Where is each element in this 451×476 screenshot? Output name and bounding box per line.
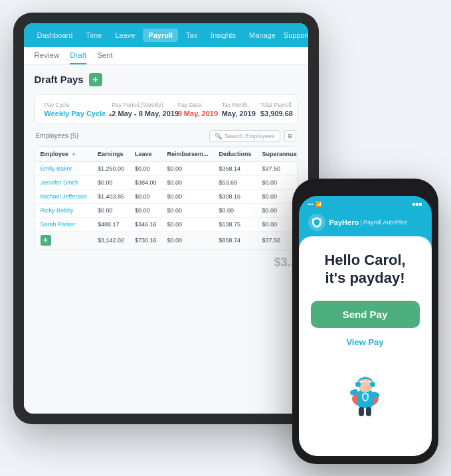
cell-super: $0.00 — [257, 189, 298, 203]
phone-card: Hello Carol, it's payday! Send Pay View … — [299, 236, 432, 456]
search-bar[interactable]: 🔍 Search Employees — [209, 130, 280, 142]
total-payroll-field: Total Payroll: $3,909.68 — [260, 102, 288, 118]
pay-date-label: Pay Date: — [178, 102, 211, 108]
table-row: Emily Baker $1,250.00 $0.00 $0.00 $358.1… — [35, 161, 298, 175]
add-employee-button[interactable]: + — [41, 235, 51, 246]
phone-notch — [345, 187, 385, 192]
table-row: Jennifer Smith $0.00 $384.00 $0.00 $53.6… — [35, 175, 298, 189]
employees-table: Employee ▼ Earnings Leave Reimbursem... … — [35, 146, 298, 250]
cell-reimb: $0.00 — [161, 161, 213, 175]
hero-character — [340, 358, 390, 418]
table-row: Ricky Bobby $0.00 $0.00 $0.00 $0.00 $0.0… — [35, 203, 298, 217]
wifi-icon: ▪▪▪ — [308, 201, 314, 207]
cell-earnings: $488.17 — [92, 217, 130, 231]
phone-status-bar: ▪▪▪ 📶 ■■■ — [299, 196, 432, 210]
filter-button[interactable]: ⊞ — [284, 130, 296, 142]
col-leave[interactable]: Leave — [130, 147, 162, 162]
total-reimb: $0.00 — [161, 231, 213, 249]
status-icons: ▪▪▪ 📶 — [308, 201, 323, 207]
nav-right: Support C ▾ — [284, 28, 308, 42]
col-earnings[interactable]: Earnings — [92, 147, 130, 162]
greeting-text: Hello Carol, it's payday! — [324, 251, 405, 287]
add-draft-button[interactable]: + — [89, 73, 102, 86]
nav-leave[interactable]: Leave — [110, 29, 140, 42]
sub-nav: Review Draft Sent — [24, 47, 308, 65]
pay-cycle-value[interactable]: Weekly Pay Cycle▲ — [45, 110, 102, 118]
nav-dashboard[interactable]: Dashboard — [32, 29, 78, 42]
draft-pays-header: Draft Pays + — [35, 73, 298, 86]
cell-super: $0.00 — [257, 217, 298, 231]
search-icon: 🔍 — [215, 133, 222, 139]
pay-date-value: 9 May, 2019 — [178, 110, 211, 118]
cell-leave: $0.00 — [130, 203, 162, 217]
cell-leave: $0.00 — [130, 161, 162, 175]
main-content: Draft Pays + Pay Cycle Weekly Pay Cycle▲ — [24, 65, 308, 414]
payhero-subtitle: Payroll AutoPilot — [363, 219, 407, 226]
tax-month-value: May, 2019 — [222, 110, 250, 118]
total-leave: $730.16 — [130, 231, 162, 249]
employees-label: Employees (5) — [36, 132, 78, 139]
cell-reimb: $0.00 — [161, 203, 213, 217]
col-employee[interactable]: Employee ▼ — [35, 147, 92, 162]
superhero-illustration — [340, 358, 390, 418]
phone: ▪▪▪ 📶 ■■■ PayHero | — [292, 179, 438, 464]
pay-cycle-row: Pay Cycle Weekly Pay Cycle▲ Pay Period (… — [45, 102, 288, 118]
cell-super: $37.50 — [257, 161, 298, 175]
draft-pays-title: Draft Pays — [35, 74, 84, 85]
svg-rect-7 — [359, 407, 364, 416]
tablet-screen: Dashboard Time Leave Payroll Tax Insight… — [24, 23, 308, 414]
total-deductions: $858.74 — [214, 231, 257, 249]
nav-time[interactable]: Time — [80, 29, 107, 42]
table-header-row: Employee ▼ Earnings Leave Reimbursem... … — [35, 147, 298, 162]
pay-date-field: Pay Date: 9 May, 2019 — [178, 102, 211, 118]
total-payroll-value: $3,909.68 — [260, 110, 288, 118]
send-pay-button[interactable]: Send Pay — [311, 301, 420, 328]
employee-name[interactable]: Jennifer Smith — [35, 175, 92, 189]
top-nav: Dashboard Time Leave Payroll Tax Insight… — [24, 23, 308, 47]
table-row: Michael Jefferson $1,403.85 $0.00 $0.00 … — [35, 189, 298, 203]
cell-earnings: $0.00 — [92, 175, 130, 189]
sub-nav-review[interactable]: Review — [35, 51, 60, 64]
sub-nav-sent[interactable]: Sent — [97, 51, 113, 64]
cell-leave: $0.00 — [130, 189, 162, 203]
shield-icon — [312, 217, 321, 228]
employee-name[interactable]: Michael Jefferson — [35, 189, 92, 203]
tablet: Dashboard Time Leave Payroll Tax Insight… — [13, 13, 319, 424]
payhero-pipe: | — [360, 218, 362, 226]
employee-name[interactable]: Sarah Parker — [35, 217, 92, 231]
nav-manage[interactable]: Manage — [244, 29, 281, 42]
total-payroll-label: Total Payroll: — [260, 102, 288, 108]
pay-cycle-label: Pay Cycle — [45, 102, 102, 108]
nav-insights[interactable]: Insights — [205, 29, 241, 42]
battery-indicator: ■■■ — [412, 201, 422, 207]
nav-payroll[interactable]: Payroll — [143, 29, 178, 42]
cell-leave: $384.00 — [130, 175, 162, 189]
tax-month-label: Tax Month: — [222, 102, 250, 108]
cell-deductions: $0.00 — [214, 203, 257, 217]
cell-leave: $346.16 — [130, 217, 162, 231]
sub-nav-draft[interactable]: Draft — [70, 51, 86, 64]
search-placeholder: Search Employees — [225, 133, 275, 139]
cell-super: $0.00 — [257, 203, 298, 217]
nav-support: Support — [284, 31, 308, 39]
cell-reimb: $0.00 — [161, 175, 213, 189]
nav-tax[interactable]: Tax — [181, 29, 203, 42]
table-row: Sarah Parker $488.17 $346.16 $0.00 $138.… — [35, 217, 298, 231]
filter-icon: ⊞ — [288, 133, 293, 139]
pay-period-value: 2 May - 8 May, 2019 — [112, 110, 167, 118]
cell-deductions: $138.75 — [214, 217, 257, 231]
view-pay-button[interactable]: View Pay — [343, 335, 386, 350]
cell-deductions: $358.14 — [214, 161, 257, 175]
col-super[interactable]: Superannuat... — [257, 147, 298, 162]
employees-header: Employees (5) 🔍 Search Employees ⊞ — [35, 130, 298, 142]
col-reimbursements[interactable]: Reimbursem... — [161, 147, 213, 162]
cell-earnings: $0.00 — [92, 203, 130, 217]
cell-earnings: $1,250.00 — [92, 161, 130, 175]
svg-point-4 — [370, 382, 375, 387]
employee-name[interactable]: Emily Baker — [35, 161, 92, 175]
col-deductions[interactable]: Deductions — [214, 147, 257, 162]
cell-earnings: $1,403.85 — [92, 189, 130, 203]
total-super: $37.50 — [257, 231, 298, 249]
pay-cycle-field: Pay Cycle Weekly Pay Cycle▲ — [45, 102, 102, 118]
employee-name[interactable]: Ricky Bobby — [35, 203, 92, 217]
